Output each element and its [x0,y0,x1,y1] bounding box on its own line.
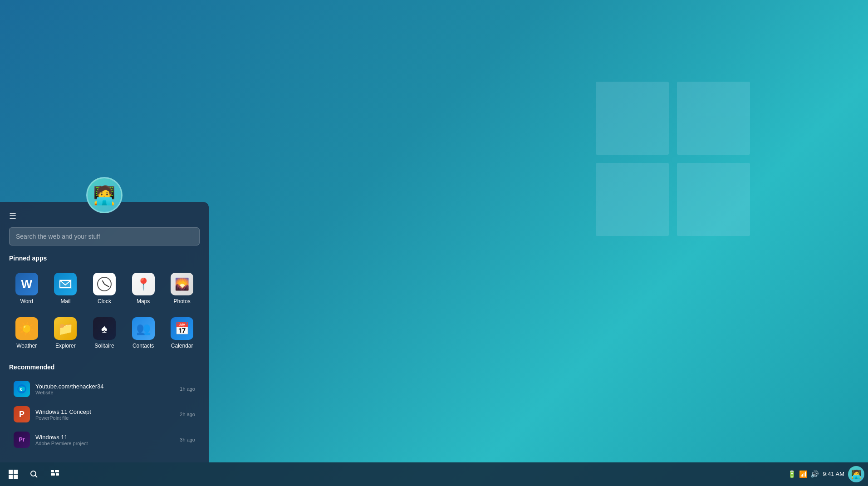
svg-rect-13 [56,473,59,476]
contacts-label: Contacts [132,343,154,349]
solitaire-label: Solitaire [94,343,114,349]
recommended-list: e Youtube.com/thehacker34 Website 1h ago… [9,377,200,452]
win11-rec-time: 3h ago [180,437,195,442]
svg-line-9 [35,476,38,478]
windows-logo-watermark [596,82,750,236]
taskbar-right: 🔋 📶 🔊 9:41 AM 🧑‍💻 [788,466,864,482]
taskbar: 🔋 📶 🔊 9:41 AM 🧑‍💻 [0,462,868,486]
win11-rec-info: Windows 11 Adobe Premiere project [35,434,174,446]
battery-icon: 🔋 [788,470,796,478]
pinned-app-explorer[interactable]: 📁 Explorer [48,313,83,353]
pinned-app-contacts[interactable]: 👥 Contacts [126,313,161,353]
taskbar-system-icons: 🔋 📶 🔊 [788,470,819,478]
pinned-app-photos[interactable]: 🌄 Photos [164,268,200,309]
pinned-app-weather[interactable]: ☀️ Weather [9,313,44,353]
mail-icon [54,273,77,295]
pinned-app-clock[interactable]: Clock [87,268,122,309]
start-menu: 🧑‍💻 ☰ Pinned apps W Word Mail Clock 📍 Ma… [0,202,209,462]
svg-point-8 [31,471,36,476]
svg-rect-7 [14,475,18,479]
pinned-app-word[interactable]: W Word [9,268,44,309]
win11-rec-title: Windows 11 [35,434,174,441]
youtube-rec-sub: Website [35,390,174,395]
word-label: Word [20,298,33,304]
maps-icon: 📍 [132,273,155,295]
rec-item-win11[interactable]: Pr Windows 11 Adobe Premiere project 3h … [9,428,200,452]
calendar-label: Calendar [171,343,193,349]
taskbar-left [4,465,64,484]
pinned-apps-grid: W Word Mail Clock 📍 Maps 🌄 Photos ☀️ Wea… [9,268,200,353]
win11concept-rec-sub: PowerPoint file [35,415,174,421]
explorer-label: Explorer [55,343,76,349]
youtube-rec-title: Youtube.com/thehacker34 [35,383,174,390]
win11concept-rec-time: 2h ago [180,412,195,417]
rec-item-win11concept[interactable]: P Windows 11 Concept PowerPoint file 2h … [9,403,200,426]
desktop: 🧑‍💻 ☰ Pinned apps W Word Mail Clock 📍 Ma… [0,0,868,486]
taskbar-avatar[interactable]: 🧑‍💻 [848,466,864,482]
win11concept-rec-title: Windows 11 Concept [35,408,174,415]
recommended-title: Recommended [9,363,200,371]
pinned-app-maps[interactable]: 📍 Maps [126,268,161,309]
photos-label: Photos [174,298,191,304]
mail-label: Mail [60,298,70,304]
calendar-icon: 📅 [171,317,193,340]
contacts-icon: 👥 [132,317,155,340]
win11concept-rec-icon: P [14,406,30,422]
svg-rect-5 [14,470,18,474]
clock-label: Clock [98,298,111,304]
user-avatar[interactable]: 🧑‍💻 [86,177,123,213]
svg-rect-11 [55,470,59,472]
clock-icon [93,273,116,295]
pinned-apps-title: Pinned apps [9,255,200,262]
svg-rect-10 [51,470,54,472]
search-bar[interactable] [9,227,200,245]
pinned-app-solitaire[interactable]: ♠ Solitaire [87,313,122,353]
win11-rec-icon: Pr [14,432,30,448]
taskview-button[interactable] [45,465,64,484]
search-button[interactable] [25,465,44,484]
explorer-icon: 📁 [54,317,77,340]
weather-label: Weather [16,343,37,349]
rec-item-youtube[interactable]: e Youtube.com/thehacker34 Website 1h ago [9,377,200,401]
wifi-icon: 📶 [799,470,808,478]
svg-rect-4 [9,470,13,474]
youtube-rec-info: Youtube.com/thehacker34 Website [35,383,174,395]
youtube-rec-icon: e [14,381,30,397]
youtube-rec-time: 1h ago [180,386,195,392]
photos-icon: 🌄 [171,273,193,295]
weather-icon: ☀️ [15,317,38,340]
search-input[interactable] [16,233,193,240]
solitaire-icon: ♠ [93,317,116,340]
start-button[interactable] [4,465,23,484]
pinned-app-mail[interactable]: Mail [48,268,83,309]
svg-text:e: e [20,387,23,392]
svg-rect-6 [9,475,13,479]
taskbar-time[interactable]: 9:41 AM [823,471,844,478]
win11concept-rec-info: Windows 11 Concept PowerPoint file [35,408,174,421]
maps-label: Maps [137,298,150,304]
svg-rect-12 [51,473,55,476]
word-icon: W [15,273,38,295]
win11-rec-sub: Adobe Premiere project [35,441,174,446]
volume-icon: 🔊 [810,470,819,478]
pinned-app-calendar[interactable]: 📅 Calendar [164,313,200,353]
